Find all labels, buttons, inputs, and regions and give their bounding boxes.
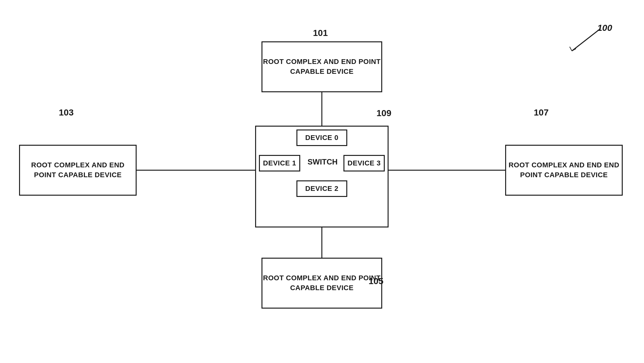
box-bottom-label: ROOT COMPLEX AND END POINT CAPABLE DEVIC… — [262, 273, 381, 293]
label-107: 107 — [534, 108, 549, 118]
box-right-device: ROOT COMPLEX AND END END POINT CAPABLE D… — [505, 145, 623, 196]
box-top-label: ROOT COMPLEX AND END POINT CAPABLE DEVIC… — [262, 57, 381, 77]
device3-label: DEVICE 3 — [348, 158, 381, 168]
device2-label: DEVICE 2 — [305, 184, 338, 194]
switch-center-label: SWITCH — [308, 157, 336, 166]
box-right-label: ROOT COMPLEX AND END END POINT CAPABLE D… — [506, 160, 622, 180]
label-109: 109 — [376, 108, 391, 118]
box-device0: DEVICE 0 — [296, 129, 347, 146]
svg-line-5 — [570, 47, 572, 51]
label-105: 105 — [369, 276, 383, 286]
diagram-container: ROOT COMPLEX AND END POINT CAPABLE DEVIC… — [0, 0, 644, 363]
switch-label-text: SWITCH — [308, 157, 338, 166]
label-101: 101 — [313, 28, 328, 38]
figure-number: 100 — [597, 23, 612, 33]
box-device3: DEVICE 3 — [343, 155, 385, 171]
box-top-device: ROOT COMPLEX AND END POINT CAPABLE DEVIC… — [261, 41, 382, 92]
box-device1: DEVICE 1 — [259, 155, 300, 171]
device1-label: DEVICE 1 — [263, 158, 296, 168]
box-device2: DEVICE 2 — [296, 180, 347, 197]
label-103: 103 — [59, 108, 74, 118]
box-left-device: ROOT COMPLEX AND END POINT CAPABLE DEVIC… — [19, 145, 137, 196]
svg-line-4 — [572, 29, 600, 51]
box-bottom-device: ROOT COMPLEX AND END POINT CAPABLE DEVIC… — [261, 258, 382, 309]
box-left-label: ROOT COMPLEX AND END POINT CAPABLE DEVIC… — [20, 160, 136, 180]
device0-label: DEVICE 0 — [305, 133, 338, 143]
